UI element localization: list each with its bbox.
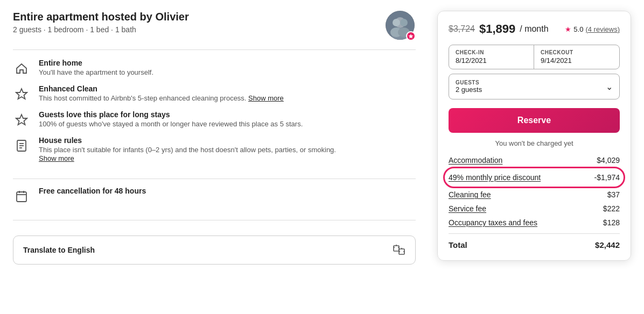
discount-label[interactable]: 49% monthly price discount bbox=[449, 173, 541, 182]
price-row-cleaning: Cleaning fee $37 bbox=[449, 190, 620, 199]
home-icon bbox=[13, 60, 30, 77]
price-row-taxes: Occupancy taxes and fees $128 bbox=[449, 218, 620, 227]
accommodation-value: $4,029 bbox=[597, 156, 620, 165]
rules-icon bbox=[13, 137, 30, 154]
host-badge bbox=[406, 31, 416, 41]
feature-house-rules-desc: This place isn't suitable for infants (0… bbox=[39, 146, 336, 154]
accommodation-label[interactable]: Accommodation bbox=[449, 156, 502, 165]
reviews-link[interactable]: (4 reviews) bbox=[585, 25, 620, 33]
feature-entire-home: Entire home You'll have the apartment to… bbox=[13, 59, 416, 77]
reserve-button[interactable]: Reserve bbox=[449, 108, 620, 133]
enhanced-clean-show-more[interactable]: Show more bbox=[248, 94, 284, 102]
svg-point-4 bbox=[400, 19, 408, 26]
clean-icon bbox=[13, 85, 30, 103]
taxes-value: $128 bbox=[603, 218, 620, 227]
feature-enhanced-clean-title: Enhanced Clean bbox=[39, 84, 284, 93]
left-column: Entire apartment hosted by Olivier 2 gue… bbox=[13, 11, 416, 303]
total-label: Total bbox=[449, 240, 467, 249]
svg-point-3 bbox=[393, 19, 400, 26]
translate-label: Translate to English bbox=[23, 246, 95, 254]
service-fee-label[interactable]: Service fee bbox=[449, 204, 486, 213]
taxes-label[interactable]: Occupancy taxes and fees bbox=[449, 218, 537, 227]
star-icon bbox=[13, 111, 30, 129]
total-row: Total $2,442 bbox=[449, 233, 620, 249]
price-breakdown: Accommodation $4,029 49% monthly price d… bbox=[449, 156, 620, 249]
translate-icon bbox=[393, 244, 405, 256]
feature-entire-home-content: Entire home You'll have the apartment to… bbox=[39, 59, 153, 76]
feature-long-stays-desc: 100% of guests who've stayed a month or … bbox=[39, 120, 303, 128]
feature-enhanced-clean: Enhanced Clean This host committed to Ai… bbox=[13, 84, 416, 103]
total-value: $2,442 bbox=[595, 240, 620, 249]
feature-cancellation-title: Free cancellation for 48 hours bbox=[39, 187, 146, 195]
svg-marker-8 bbox=[16, 115, 27, 125]
feature-entire-home-title: Entire home bbox=[39, 59, 153, 67]
svg-rect-17 bbox=[394, 246, 399, 251]
feature-enhanced-clean-desc: This host committed to Airbnb's 5-step e… bbox=[39, 94, 284, 102]
price-original: $3,724 bbox=[449, 24, 475, 34]
guests-value: 2 guests bbox=[456, 85, 482, 94]
listing-header: Entire apartment hosted by Olivier 2 gue… bbox=[13, 11, 416, 50]
feature-entire-home-desc: You'll have the apartment to yourself. bbox=[39, 68, 153, 76]
price-period: / month bbox=[520, 24, 548, 34]
price-current: $1,899 bbox=[479, 22, 515, 36]
host-avatar-container bbox=[386, 11, 416, 41]
checkout-value: 9/14/2021 bbox=[541, 56, 613, 65]
features-list: Entire home You'll have the apartment to… bbox=[13, 59, 416, 162]
price-row-discount-container: 49% monthly price discount -$1,974 bbox=[449, 170, 620, 185]
divider bbox=[13, 179, 416, 179]
feature-cancellation: Free cancellation for 48 hours bbox=[13, 187, 416, 205]
price-header: $3,724 $1,899 / month ★ 5.0 (4 reviews) bbox=[449, 22, 620, 36]
checkout-cell[interactable]: CHECKOUT 9/14/2021 bbox=[534, 45, 619, 69]
guests-selector-content: GUESTS 2 guests bbox=[456, 80, 482, 94]
guests-selector[interactable]: GUESTS 2 guests ⌄ bbox=[449, 74, 620, 99]
date-grid[interactable]: CHECK-IN 8/12/2021 CHECKOUT 9/14/2021 bbox=[449, 45, 620, 69]
service-fee-value: $222 bbox=[603, 204, 620, 213]
feature-enhanced-clean-content: Enhanced Clean This host committed to Ai… bbox=[39, 84, 284, 102]
feature-house-rules-title: House rules bbox=[39, 136, 336, 145]
divider-2 bbox=[13, 220, 416, 220]
feature-long-stays: Guests love this place for long stays 10… bbox=[13, 110, 416, 129]
checkout-label: CHECKOUT bbox=[541, 49, 613, 55]
house-rules-show-more[interactable]: Show more bbox=[39, 154, 74, 162]
translate-button[interactable]: Translate to English bbox=[13, 236, 416, 265]
no-charge-text: You won't be charged yet bbox=[449, 139, 620, 147]
price-row-service: Service fee $222 bbox=[449, 204, 620, 213]
cleaning-fee-label[interactable]: Cleaning fee bbox=[449, 190, 491, 199]
feature-house-rules-content: House rules This place isn't suitable fo… bbox=[39, 136, 336, 162]
listing-subtitle: 2 guests · 1 bedroom · 1 bed · 1 bath bbox=[13, 25, 189, 34]
check-in-label: CHECK-IN bbox=[456, 49, 527, 55]
feature-cancellation-content: Free cancellation for 48 hours bbox=[39, 187, 146, 195]
feature-house-rules: House rules This place isn't suitable fo… bbox=[13, 136, 416, 162]
cleaning-fee-value: $37 bbox=[607, 190, 620, 199]
price-row-accommodation: Accommodation $4,029 bbox=[449, 156, 620, 165]
right-column: $3,724 $1,899 / month ★ 5.0 (4 reviews) … bbox=[437, 11, 631, 303]
booking-card: $3,724 $1,899 / month ★ 5.0 (4 reviews) … bbox=[437, 11, 631, 261]
discount-value: -$1,974 bbox=[594, 173, 620, 182]
feature-long-stays-title: Guests love this place for long stays bbox=[39, 110, 303, 119]
rating-value: 5.0 bbox=[573, 25, 583, 33]
check-in-cell[interactable]: CHECK-IN 8/12/2021 bbox=[449, 45, 534, 69]
check-in-value: 8/12/2021 bbox=[456, 56, 527, 65]
rating-section: ★ 5.0 (4 reviews) bbox=[565, 25, 620, 33]
price-row-discount: 49% monthly price discount -$1,974 bbox=[449, 171, 620, 184]
guests-label: GUESTS bbox=[456, 80, 482, 85]
chevron-down-icon: ⌄ bbox=[606, 82, 613, 92]
svg-marker-7 bbox=[16, 89, 27, 99]
svg-rect-13 bbox=[17, 192, 26, 202]
cancellation-icon bbox=[13, 188, 30, 205]
listing-title: Entire apartment hosted by Olivier bbox=[13, 11, 189, 23]
star-rating-icon: ★ bbox=[565, 25, 571, 33]
feature-long-stays-content: Guests love this place for long stays 10… bbox=[39, 110, 303, 128]
listing-info: Entire apartment hosted by Olivier 2 gue… bbox=[13, 11, 189, 34]
